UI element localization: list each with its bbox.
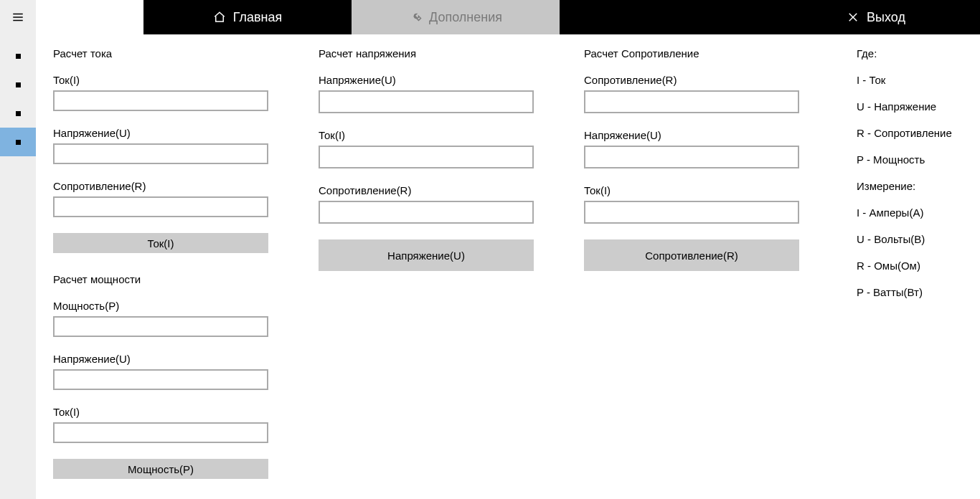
voltage-f3-label: Сопротивление(R)	[319, 184, 584, 196]
sidebar-item-4[interactable]	[0, 128, 36, 156]
voltage-f2-label: Ток(I)	[319, 129, 584, 141]
sidebar-item-1[interactable]	[0, 42, 36, 70]
power-f2-label: Напряжение(U)	[53, 353, 319, 365]
power-f1-label: Мощность(P)	[53, 300, 319, 312]
resistance-f3-label: Ток(I)	[584, 184, 849, 196]
legend-ia: I - Амперы(А)	[857, 206, 980, 219]
current-f1-input[interactable]	[53, 90, 268, 111]
exit-button[interactable]: Выход	[772, 0, 980, 34]
legend-p: P - Мощность	[857, 153, 980, 166]
voltage-f3-input[interactable]	[319, 201, 534, 224]
legend-ro: R - Омы(Ом)	[857, 260, 980, 272]
tab-home-label: Главная	[233, 10, 283, 25]
legend-u: U - Напряжение	[857, 100, 980, 113]
resistance-f1-label: Сопротивление(R)	[584, 74, 849, 86]
square-icon	[16, 111, 21, 116]
voltage-title: Расчет напряжения	[319, 47, 584, 60]
legend-pw: P - Ватты(Вт)	[857, 286, 980, 298]
topbar-spacer	[560, 0, 772, 34]
legend-r: R - Сопротивление	[857, 127, 980, 139]
wrench-icon	[409, 11, 422, 24]
legend-uv: U - Вольты(В)	[857, 233, 980, 245]
voltage-f1-input[interactable]	[319, 90, 534, 113]
power-title: Расчет мощности	[53, 273, 319, 285]
voltage-f2-input[interactable]	[319, 146, 534, 168]
left-sidebar	[0, 34, 36, 499]
current-title: Расчет тока	[53, 47, 319, 60]
power-f1-input[interactable]	[53, 316, 268, 337]
main-content: Расчет тока Ток(I) Напряжение(U) Сопроти…	[36, 34, 980, 499]
close-icon	[847, 11, 859, 24]
sidebar-item-2[interactable]	[0, 70, 36, 99]
voltage-calc-button[interactable]: Напряжение(U)	[319, 239, 534, 271]
current-f2-input[interactable]	[53, 143, 268, 164]
column-2: Расчет напряжения Напряжение(U) Ток(I) С…	[319, 47, 584, 499]
resistance-f2-label: Напряжение(U)	[584, 129, 849, 141]
square-icon	[16, 82, 21, 87]
exit-label: Выход	[867, 10, 905, 25]
column-3: Расчет Сопротивление Сопротивление(R) На…	[584, 47, 849, 499]
column-1: Расчет тока Ток(I) Напряжение(U) Сопроти…	[53, 47, 319, 499]
tab-addons[interactable]: Дополнения	[352, 0, 560, 34]
resistance-f2-input[interactable]	[584, 146, 799, 168]
square-icon	[16, 140, 21, 145]
power-f3-input[interactable]	[53, 422, 268, 443]
resistance-f1-input[interactable]	[584, 90, 799, 113]
topbar-blank	[36, 0, 143, 34]
power-calc-button[interactable]: Мощность(P)	[53, 459, 268, 479]
hamburger-icon	[11, 11, 24, 24]
resistance-f3-input[interactable]	[584, 201, 799, 224]
legend: Где: I - Ток U - Напряжение R - Сопротив…	[849, 47, 980, 499]
current-f3-label: Сопротивление(R)	[53, 180, 319, 192]
tab-addons-label: Дополнения	[429, 10, 502, 25]
legend-i: I - Ток	[857, 74, 980, 86]
power-f2-input[interactable]	[53, 369, 268, 390]
legend-meas: Измерение:	[857, 180, 980, 192]
resistance-title: Расчет Сопротивление	[584, 47, 849, 60]
square-icon	[16, 54, 21, 59]
tab-home[interactable]: Главная	[143, 0, 352, 34]
current-f3-input[interactable]	[53, 196, 268, 217]
menu-toggle[interactable]	[0, 0, 36, 34]
power-f3-label: Ток(I)	[53, 406, 319, 418]
voltage-f1-label: Напряжение(U)	[319, 74, 584, 86]
sidebar-item-3[interactable]	[0, 99, 36, 128]
current-f1-label: Ток(I)	[53, 74, 319, 86]
current-calc-button[interactable]: Ток(I)	[53, 233, 268, 253]
resistance-calc-button[interactable]: Сопротивление(R)	[584, 239, 799, 271]
home-icon	[213, 11, 226, 24]
legend-where: Где:	[857, 47, 980, 60]
current-f2-label: Напряжение(U)	[53, 127, 319, 139]
topbar: Главная Дополнения Выход	[0, 0, 980, 34]
